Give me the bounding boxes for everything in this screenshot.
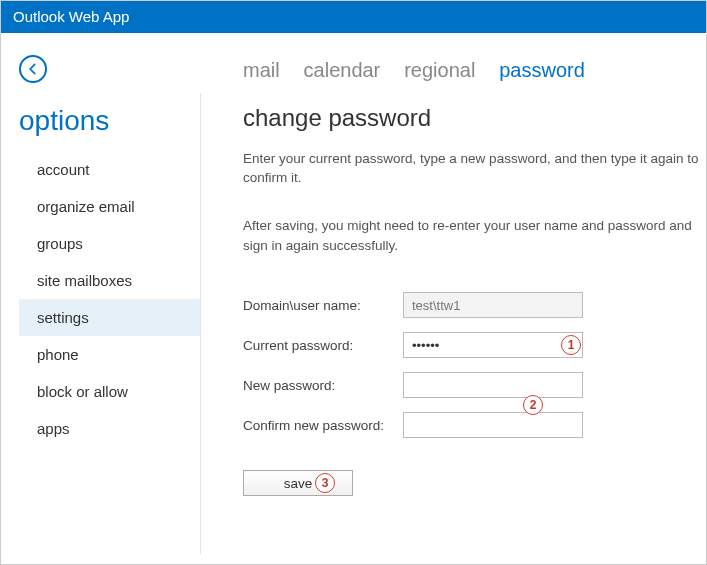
label-new-password: New password: — [243, 378, 403, 393]
tab-mail[interactable]: mail — [243, 59, 280, 82]
sidebar-item-organize-email[interactable]: organize email — [19, 188, 201, 225]
sidebar-item-account[interactable]: account — [19, 151, 201, 188]
input-new-password[interactable] — [403, 372, 583, 398]
sidebar-item-block-or-allow[interactable]: block or allow — [19, 373, 201, 410]
sidebar-item-groups[interactable]: groups — [19, 225, 201, 262]
row-domain: Domain\user name: — [243, 292, 706, 318]
label-domain: Domain\user name: — [243, 298, 403, 313]
label-confirm-password: Confirm new password: — [243, 418, 403, 433]
back-button[interactable] — [19, 55, 47, 83]
instruction-2: After saving, you might need to re-enter… — [243, 216, 706, 257]
sidebar: options account organize email groups si… — [1, 33, 201, 564]
row-new-password: New password: — [243, 372, 706, 398]
app-title: Outlook Web App — [13, 8, 129, 25]
title-bar: Outlook Web App — [1, 1, 706, 33]
tab-bar: mail calendar regional password — [243, 59, 706, 82]
input-domain — [403, 292, 583, 318]
tab-password[interactable]: password — [499, 59, 585, 82]
main-panel: mail calendar regional password change p… — [201, 33, 706, 564]
row-save: save 3 — [243, 470, 706, 496]
instruction-1: Enter your current password, type a new … — [243, 150, 706, 188]
sidebar-item-phone[interactable]: phone — [19, 336, 201, 373]
tab-regional[interactable]: regional — [404, 59, 475, 82]
label-current-password: Current password: — [243, 338, 403, 353]
sidebar-heading: options — [19, 105, 201, 137]
row-current-password: Current password: 1 — [243, 332, 706, 358]
sidebar-item-settings[interactable]: settings — [19, 299, 201, 336]
tab-calendar[interactable]: calendar — [304, 59, 381, 82]
sidebar-item-apps[interactable]: apps — [19, 410, 201, 447]
arrow-left-icon — [26, 62, 40, 76]
page-heading: change password — [243, 104, 706, 132]
sidebar-list: account organize email groups site mailb… — [19, 151, 201, 447]
input-confirm-password[interactable] — [403, 412, 583, 438]
save-button[interactable]: save — [243, 470, 353, 496]
sidebar-item-site-mailboxes[interactable]: site mailboxes — [19, 262, 201, 299]
content-area: options account organize email groups si… — [1, 33, 706, 564]
row-confirm-password: Confirm new password: 2 — [243, 412, 706, 438]
input-current-password[interactable] — [403, 332, 583, 358]
